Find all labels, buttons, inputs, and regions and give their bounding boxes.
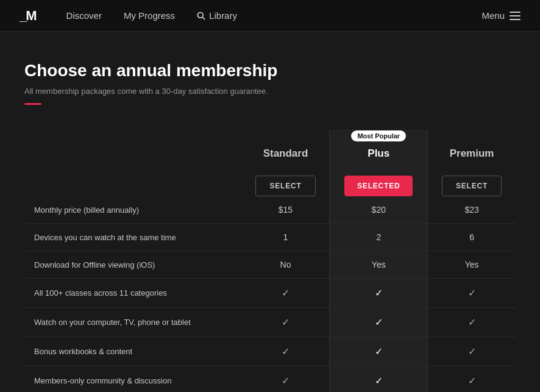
subtitle: All membership packages come with a 30-d… bbox=[24, 87, 516, 96]
feature-col-header bbox=[24, 129, 242, 167]
premium-header: Premium bbox=[428, 129, 516, 167]
check-icon: ✓ bbox=[468, 346, 476, 357]
table-row: Watch on your computer, TV, phone or tab… bbox=[24, 308, 516, 337]
standard-cell: ✓ bbox=[242, 279, 330, 308]
check-icon: ✓ bbox=[375, 376, 383, 386]
premium-cell: $23 bbox=[428, 196, 516, 224]
nav-links: Discover My Progress Library bbox=[55, 0, 482, 32]
red-bar bbox=[24, 103, 41, 105]
check-icon: ✓ bbox=[468, 376, 476, 386]
svg-point-0 bbox=[197, 12, 203, 18]
feature-cell: Devices you can watch at the same time bbox=[24, 224, 242, 251]
plus-cell: ✓ bbox=[330, 308, 428, 337]
standard-cell: ✓ bbox=[242, 366, 330, 393]
logo[interactable]: _M bbox=[20, 8, 36, 24]
nav-library[interactable]: Library bbox=[186, 0, 248, 32]
select-row: SELECT SELECTED SELECT bbox=[24, 167, 516, 196]
standard-cell: ✓ bbox=[242, 308, 330, 337]
standard-cell: No bbox=[242, 251, 330, 279]
plus-cell: $20 bbox=[330, 196, 428, 224]
search-icon bbox=[197, 12, 205, 20]
plus-selected-cell: SELECTED bbox=[330, 167, 428, 196]
main-content: Choose an annual membership All membersh… bbox=[0, 32, 540, 392]
standard-cell: $15 bbox=[242, 196, 330, 224]
plus-title: Plus bbox=[339, 148, 417, 160]
plus-cell: Yes bbox=[330, 251, 428, 279]
table-row: Monthly price (billed annually)$15$20$23 bbox=[24, 196, 516, 224]
table-row: Devices you can watch at the same time12… bbox=[24, 224, 516, 251]
feature-cell: Bonus workbooks & content bbox=[24, 337, 242, 366]
feature-cell: Watch on your computer, TV, phone or tab… bbox=[24, 308, 242, 337]
logo-icon: _M bbox=[20, 8, 36, 24]
heading-section: Choose an annual membership All membersh… bbox=[24, 61, 516, 105]
check-icon: ✓ bbox=[282, 288, 290, 298]
check-icon: ✓ bbox=[282, 346, 290, 357]
nav-discover[interactable]: Discover bbox=[55, 0, 113, 32]
check-icon: ✓ bbox=[468, 317, 476, 327]
plus-cell: ✓ bbox=[330, 337, 428, 366]
standard-header: Standard bbox=[242, 129, 330, 167]
table-row: All 100+ classes across 11 categories✓✓✓ bbox=[24, 279, 516, 308]
plus-cell: ✓ bbox=[330, 366, 428, 393]
table-body: Monthly price (billed annually)$15$20$23… bbox=[24, 196, 516, 392]
premium-cell: ✓ bbox=[428, 279, 516, 308]
check-icon: ✓ bbox=[375, 346, 383, 357]
table-row: Bonus workbooks & content✓✓✓ bbox=[24, 337, 516, 366]
feature-cell: Download for Offline viewing (iOS) bbox=[24, 251, 242, 279]
check-icon: ✓ bbox=[282, 376, 290, 386]
navigation: _M Discover My Progress Library Menu bbox=[0, 0, 540, 32]
pricing-table: Standard Most Popular Plus Premium SELEC… bbox=[24, 129, 516, 392]
most-popular-badge: Most Popular bbox=[339, 129, 417, 148]
check-icon: ✓ bbox=[375, 317, 383, 327]
premium-cell: ✓ bbox=[428, 366, 516, 393]
svg-line-1 bbox=[202, 17, 205, 20]
plus-cell: ✓ bbox=[330, 279, 428, 308]
select-premium-button[interactable]: SELECT bbox=[442, 176, 502, 196]
premium-cell: 6 bbox=[428, 224, 516, 251]
feature-cell: Monthly price (billed annually) bbox=[24, 196, 242, 224]
feature-cell: Members-only community & discussion bbox=[24, 366, 242, 393]
menu-button[interactable]: Menu bbox=[481, 10, 520, 21]
select-standard-button[interactable]: SELECT bbox=[255, 176, 315, 196]
premium-cell: ✓ bbox=[428, 337, 516, 366]
page-title: Choose an annual membership bbox=[24, 61, 516, 80]
table-row: Members-only community & discussion✓✓✓ bbox=[24, 366, 516, 393]
standard-cell: 1 bbox=[242, 224, 330, 251]
plus-cell: 2 bbox=[330, 224, 428, 251]
library-label: Library bbox=[209, 10, 237, 21]
standard-cell: ✓ bbox=[242, 337, 330, 366]
premium-select-cell: SELECT bbox=[428, 167, 516, 196]
standard-select-cell: SELECT bbox=[242, 167, 330, 196]
premium-cell: ✓ bbox=[428, 308, 516, 337]
header-row: Standard Most Popular Plus Premium bbox=[24, 129, 516, 167]
nav-my-progress[interactable]: My Progress bbox=[113, 0, 186, 32]
plus-header: Most Popular Plus bbox=[330, 129, 428, 167]
table-row: Download for Offline viewing (iOS)NoYesY… bbox=[24, 251, 516, 279]
menu-label: Menu bbox=[481, 10, 505, 21]
selected-plus-button[interactable]: SELECTED bbox=[344, 176, 413, 196]
check-icon: ✓ bbox=[282, 317, 290, 327]
hamburger-icon bbox=[510, 12, 520, 20]
premium-cell: Yes bbox=[428, 251, 516, 279]
feature-cell: All 100+ classes across 11 categories bbox=[24, 279, 242, 308]
empty-cell bbox=[24, 167, 242, 196]
check-icon: ✓ bbox=[375, 288, 383, 298]
check-icon: ✓ bbox=[468, 288, 476, 298]
